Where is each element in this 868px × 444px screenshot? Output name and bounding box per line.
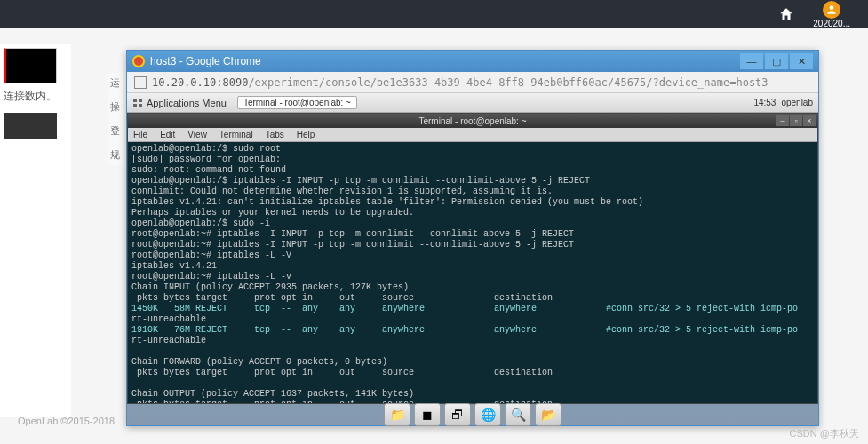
thumbnail-1[interactable] [4, 48, 57, 83]
panel-user[interactable]: openlab [781, 98, 813, 107]
window-maximize-button[interactable]: ▢ [765, 53, 788, 69]
window-minimize-button[interactable]: — [740, 53, 763, 69]
home-icon[interactable] [777, 5, 795, 23]
user-avatar-icon [823, 1, 840, 19]
user-label: 202020... [813, 19, 850, 28]
menu-terminal[interactable]: Terminal [219, 130, 253, 139]
menu-file[interactable]: File [133, 130, 147, 139]
terminal-titlebar[interactable]: Terminal - root@openlab: ~ – ▫ × [128, 114, 817, 128]
dock-browser-icon[interactable]: 🌐 [474, 403, 501, 426]
apps-menu-icon[interactable] [132, 98, 143, 108]
user-menu[interactable]: 202020... [813, 1, 850, 28]
panel-tab-terminal[interactable]: Terminal - root@openlab: ~ [237, 96, 357, 109]
panel-time: 14:53 [753, 98, 776, 107]
dock-windows-icon[interactable]: 🗗 [444, 403, 471, 426]
menu-tabs[interactable]: Tabs [266, 130, 284, 139]
svg-rect-4 [139, 104, 142, 107]
terminal-close-button[interactable]: × [803, 115, 816, 126]
footer-copyright: OpenLab ©2015-2018 [18, 416, 115, 426]
menu-edit[interactable]: Edit [160, 130, 175, 139]
svg-rect-2 [139, 99, 142, 102]
dock-search-icon[interactable]: 🔍 [505, 403, 531, 426]
terminal-window: Terminal - root@openlab: ~ – ▫ × File Ed… [127, 113, 818, 404]
top-header: 202020... [0, 0, 868, 28]
terminal-menubar: File Edit View Terminal Tabs Help [128, 128, 817, 142]
terminal-maximize-button[interactable]: ▫ [790, 115, 802, 126]
dock-terminal-icon[interactable]: ◼ [414, 403, 441, 426]
terminal-body[interactable]: openlab@openlab:/$ sudo root [sudo] pass… [128, 142, 817, 403]
url-port: :8090 [216, 76, 248, 89]
dock-folder-icon[interactable]: 📂 [535, 403, 561, 426]
gnome-desktop: Applications Menu Terminal - root@openla… [127, 93, 818, 425]
menu-view[interactable]: View [187, 130, 207, 139]
terminal-minimize-button[interactable]: – [776, 115, 789, 126]
chrome-icon [132, 55, 145, 67]
watermark: CSDN @李秋天 [790, 427, 859, 440]
svg-rect-1 [133, 99, 137, 102]
url-bar[interactable]: 10.20.0.10:8090/experiment/console/be1e3… [127, 72, 818, 93]
chrome-title: host3 - Google Chrome [150, 55, 261, 67]
apps-menu-label[interactable]: Applications Menu [147, 98, 227, 108]
gnome-top-panel: Applications Menu Terminal - root@openla… [127, 93, 818, 113]
terminal-title: Terminal - root@openlab: ~ [418, 116, 526, 126]
side-labels: 运 操 登 规 [108, 73, 128, 165]
side-label-1: 运 [110, 76, 126, 90]
menu-help[interactable]: Help [297, 130, 315, 139]
dock-file-manager-icon[interactable]: 📁 [384, 403, 410, 426]
chrome-window: host3 - Google Chrome — ▢ ✕ 10.20.0.10:8… [126, 50, 819, 426]
left-thumbnails-panel: 连接数内。 [0, 44, 71, 417]
side-label-4: 规 [110, 148, 126, 162]
page-icon [134, 76, 147, 89]
chrome-titlebar[interactable]: host3 - Google Chrome — ▢ ✕ [127, 51, 818, 72]
svg-point-0 [830, 5, 834, 10]
window-close-button[interactable]: ✕ [790, 53, 813, 69]
side-label-3: 登 [110, 124, 126, 138]
svg-rect-3 [133, 104, 137, 107]
url-host: 10.20.0.10 [152, 76, 216, 89]
cn-note: 连接数内。 [4, 89, 68, 104]
url-text: 10.20.0.10:8090/experiment/console/be1e3… [152, 76, 768, 89]
side-label-2: 操 [110, 100, 126, 114]
thumbnail-2[interactable] [4, 113, 57, 139]
url-path: /experiment/console/be1e3633-4b39-4be4-8… [248, 76, 768, 89]
gnome-dock: 📁 ◼ 🗗 🌐 🔍 📂 [127, 404, 818, 425]
